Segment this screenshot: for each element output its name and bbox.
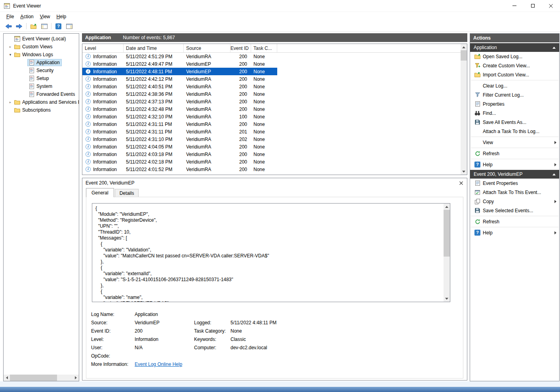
maximize-button[interactable] [524,0,542,12]
tree-item-applications-and-services-lo[interactable]: ▸Applications and Services Lo [4,98,79,106]
column-header-task-c[interactable]: Task C... [251,44,277,52]
action-help[interactable]: ?Help [470,228,559,237]
field-value: 200 [135,328,194,334]
action-open-saved-log[interactable]: Open Saved Log... [470,52,559,61]
cell-task-category: None [251,143,277,150]
event-detail-box[interactable]: { "Module": "VeridiumEP", "Method": "Reg… [92,203,450,302]
tree-item-body: Forwarded Events [27,91,77,98]
cell-datetime: 5/11/2022 4:32:48 PM [124,105,184,113]
tree-item-application[interactable]: Application [4,59,79,67]
scroll-down-button[interactable] [461,168,467,175]
expanded-chevron-icon[interactable]: ▾ [8,53,13,57]
action-properties[interactable]: Properties [470,99,559,108]
event-row[interactable]: iInformation5/11/2022 4:02:18 PMVeridium… [82,158,277,166]
scroll-track[interactable] [461,50,467,168]
close-button[interactable] [542,0,560,12]
event-row[interactable]: iInformation5/11/2022 4:32:10 PMVeridium… [82,113,277,120]
event-row[interactable]: iInformation5/11/2022 4:48:11 PMVeridium… [82,68,277,75]
event-list-scrollbar[interactable] [461,44,467,175]
column-header-event-id[interactable]: Event ID [230,44,251,52]
collapsed-chevron-icon[interactable]: ▸ [8,45,13,49]
tree-item-subscriptions[interactable]: Subscriptions [4,106,79,114]
action-refresh[interactable]: Refresh [470,217,559,226]
close-preview-button[interactable] [459,181,463,185]
column-header-source[interactable]: Source [184,44,230,52]
field-label-logged: Logged: [194,320,230,325]
event-row[interactable]: iInformation5/11/2022 4:04:05 PMVeridium… [82,143,277,150]
action-event-properties[interactable]: Event Properties [470,179,559,188]
actions-section-header-application[interactable]: Application [470,43,559,52]
tree-item-setup[interactable]: Setup [4,74,79,82]
actions-section-header-event-200-veridiumep[interactable]: Event 200, VeridiumEP [470,170,559,179]
action-save-selected-events[interactable]: Save Selected Events... [470,206,559,215]
menu-view[interactable]: View [37,13,53,21]
task-icon [474,190,481,195]
tree-item-custom-views[interactable]: ▸Custom Views [4,43,79,51]
toolbar-open-saved-log-button[interactable] [28,21,39,31]
tree-item-event-viewer-local[interactable]: Event Viewer (Local) [4,35,79,43]
minimize-button[interactable] [505,0,524,12]
scroll-right-button[interactable] [72,375,79,381]
tree-item-windows-logs[interactable]: ▾Windows Logs [4,51,79,59]
actions-sections: ApplicationOpen Saved Log...Create Custo… [470,43,559,237]
event-row[interactable]: iInformation5/11/2022 4:31:11 PMVeridium… [82,128,277,135]
event-viewer-icon [14,36,21,42]
action-import-custom-view[interactable]: Import Custom View... [470,70,559,79]
column-header-date-and-time[interactable]: Date and Time [124,44,184,52]
tree-item-system[interactable]: System [4,82,79,90]
action-filter-current-log[interactable]: Filter Current Log... [470,90,559,99]
event-row[interactable]: iInformation5/11/2022 4:49:47 PMVeridium… [82,60,277,68]
tree-item-forwarded-events[interactable]: Forwarded Events [4,90,79,98]
event-log-online-help-link[interactable]: Event Log Online Help [135,362,182,367]
toolbar-show-action-pane-button[interactable] [64,21,74,31]
save-icon [474,208,481,213]
menu-help[interactable]: Help [53,13,70,21]
action-attach-task-to-this-event[interactable]: Attach Task To This Event... [470,188,559,197]
scroll-thumb[interactable] [444,210,450,257]
action-attach-a-task-to-this-log[interactable]: Attach a Task To this Log... [470,127,559,136]
event-row[interactable]: iInformation5/11/2022 4:42:12 PMVeridium… [82,75,277,83]
toolbar-back-button[interactable] [3,21,14,31]
scroll-left-button[interactable] [4,375,10,381]
field-value: None [230,328,458,334]
scroll-up-button[interactable] [444,204,450,210]
scroll-thumb[interactable] [10,375,57,381]
action-view[interactable]: View [470,138,559,147]
scroll-track[interactable] [444,210,450,295]
scroll-down-button[interactable] [444,295,450,302]
action-copy[interactable]: Copy [470,197,559,206]
event-row[interactable]: iInformation5/11/2022 4:32:48 PMVeridium… [82,105,277,113]
action-refresh[interactable]: Refresh [470,149,559,158]
tree-item-security[interactable]: Security [4,67,79,74]
action-create-custom-view[interactable]: Create Custom View... [470,61,559,70]
action-save-all-events-as[interactable]: Save All Events As... [470,118,559,127]
scroll-up-button[interactable] [461,44,467,50]
event-row[interactable]: iInformation5/11/2022 4:37:13 PMVeridium… [82,98,277,105]
event-row[interactable]: iInformation5/11/2022 4:31:11 PMVeridium… [82,120,277,128]
event-row[interactable]: iInformation5/11/2022 4:31:10 PMVeridium… [82,135,277,143]
collapsed-chevron-icon[interactable]: ▸ [8,100,13,104]
tree-horizontal-scrollbar[interactable] [4,375,79,381]
field-value: 5/11/2022 4:48:11 PM [230,320,458,325]
toolbar-help-button[interactable]: ? [53,21,64,31]
event-row[interactable]: iInformation5/11/2022 4:01:52 PMVeridium… [82,166,277,173]
action-help[interactable]: ?Help [470,160,559,169]
event-row[interactable]: iInformation5/11/2022 4:03:18 PMVeridium… [82,150,277,158]
cell-level: iInformation [82,135,124,143]
menu-file[interactable]: File [3,13,17,21]
event-row[interactable]: iInformation5/11/2022 4:38:36 PMVeridium… [82,90,277,98]
column-header-level[interactable]: Level [82,44,124,52]
action-find[interactable]: Find... [470,108,559,118]
scroll-track[interactable] [10,375,72,381]
scroll-thumb[interactable] [461,50,467,61]
detail-scrollbar[interactable] [444,204,450,302]
action-clear-log[interactable]: Clear Log... [470,81,559,90]
toolbar-forward-button[interactable] [14,21,25,31]
toolbar-show-console-tree-button[interactable] [39,21,50,31]
menu-action[interactable]: Action [17,13,36,21]
event-row[interactable]: iInformation5/11/2022 4:40:51 PMVeridium… [82,83,277,90]
event-row[interactable]: iInformation5/11/2022 4:51:29 PMVeridium… [82,53,277,60]
cell-task-category: None [251,60,277,68]
tab-details[interactable]: Details [115,189,139,197]
tab-general[interactable]: General [86,188,114,197]
